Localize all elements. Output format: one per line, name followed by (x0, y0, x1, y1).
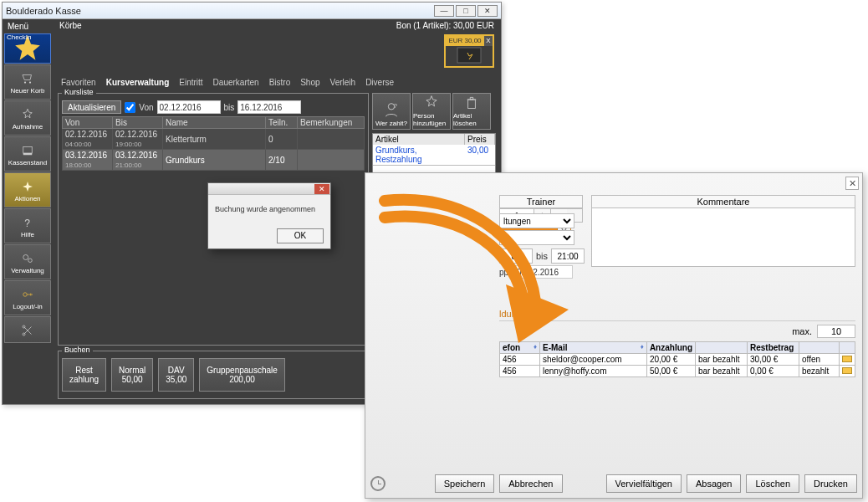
dialog-close[interactable]: ✕ (314, 184, 329, 194)
person-question-icon: ? (381, 100, 401, 119)
dropdown-2[interactable]: rs (499, 230, 574, 245)
max-label: max. (792, 326, 812, 336)
gruppe-button[interactable]: Gruppenpauschale200,00 (199, 358, 285, 392)
svg-point-5 (23, 254, 28, 259)
artikel-loeschen-button[interactable]: Artikel löschen (452, 93, 491, 130)
cart-icon (19, 71, 36, 86)
person-hinzufuegen-button[interactable]: Person hinzufügen (412, 93, 451, 130)
person-star-icon (19, 107, 36, 122)
dav-button[interactable]: DAV35,00 (158, 358, 194, 392)
gears-icon (19, 251, 36, 266)
svg-point-7 (23, 292, 28, 296)
close-button[interactable]: ✕ (845, 177, 859, 190)
restzahlung-button[interactable]: Restzahlung (62, 358, 106, 392)
close-button[interactable]: ✕ (477, 5, 498, 17)
bon-chip[interactable]: EUR 30,00 X (444, 34, 494, 68)
korbe-label: Körbe (54, 21, 87, 30)
verwaltung-button[interactable]: Verwaltung (4, 244, 51, 279)
von-date-input[interactable] (157, 100, 221, 114)
abbrechen-button[interactable]: Abbrechen (499, 474, 562, 493)
person-plus-icon (421, 94, 442, 111)
tab-kursverwaltung[interactable]: Kursverwaltung (106, 78, 170, 87)
register-icon (19, 143, 36, 158)
tab-favoriten[interactable]: Favoriten (61, 78, 96, 87)
tab-diverse[interactable]: Diverse (365, 78, 394, 87)
tab-bistro[interactable]: Bistro (269, 78, 291, 87)
app-title: Boulderado Kasse (6, 6, 81, 16)
artikel-row[interactable]: Grundkurs, Restzahlung 30,00 (373, 145, 495, 165)
person-star-icon (5, 32, 50, 66)
svg-rect-3 (23, 153, 33, 155)
table-row[interactable]: 456 sheldor@cooper.com 20,00 € bar bezah… (500, 354, 855, 366)
speichern-button[interactable]: Speichern (435, 474, 495, 493)
scissors-icon (19, 323, 36, 338)
table-row[interactable]: 456 lenny@hoffy.com 50,00 € bar bezahlt … (500, 366, 855, 377)
kurs-detail-window: ✕ ltungen rs bis pp. Trainer + - X Komme… (365, 172, 863, 499)
bis-label: bis (224, 103, 235, 112)
minimize-button[interactable]: — (434, 5, 454, 17)
absagen-button[interactable]: Absagen (687, 474, 741, 493)
dialog-ok-button[interactable]: OK (277, 228, 324, 243)
bon-summary: Bon (1 Artikel): 30,00 EUR (396, 21, 501, 30)
tab-shop[interactable]: Shop (300, 78, 319, 87)
aufnahme-button[interactable]: Aufnahme (4, 100, 51, 136)
loeschen-button[interactable]: Löschen (746, 474, 799, 493)
dropdown-1[interactable]: ltungen (499, 213, 574, 228)
tab-verleih[interactable]: Verleih (330, 78, 356, 87)
mail-icon[interactable] (842, 367, 852, 374)
tab-eintritt[interactable]: Eintritt (179, 78, 202, 87)
time-to[interactable] (551, 248, 585, 264)
neuer-korb-button[interactable]: Neuer Korb (4, 64, 51, 100)
kursliste-table: Von Bis Name Teiln. Bemerkungen 02.12.20… (62, 116, 365, 171)
kommentare-box: Kommentare (591, 195, 855, 267)
normal-button[interactable]: Normal50,00 (111, 358, 153, 392)
vervielfaeltigen-button[interactable]: Vervielfältigen (606, 474, 682, 493)
svg-point-1 (29, 81, 31, 83)
drucken-button[interactable]: Drucken (804, 474, 857, 493)
key-icon (19, 287, 36, 302)
category-tabs: Favoriten Kursverwaltung Eintritt Dauerk… (54, 74, 501, 90)
sparkle-icon (19, 179, 36, 194)
clock-icon (370, 476, 385, 491)
trash-icon (462, 94, 482, 111)
bon-chip-close[interactable]: X (484, 36, 493, 46)
svg-rect-13 (468, 100, 476, 109)
menu-label: Menü (4, 20, 53, 33)
table-row[interactable]: 03.12.201618:00:00 03.12.201621:00:00 Gr… (63, 150, 365, 171)
tab-dauerkarten[interactable]: Dauerkarten (213, 78, 259, 87)
checkin-tile[interactable] (4, 33, 51, 64)
anmeldungen-table: efon♦ E-Mail♦ Anzahlung Restbetrag 456 s… (499, 341, 855, 377)
svg-rect-2 (23, 146, 33, 153)
mail-icon[interactable] (842, 356, 852, 362)
aktualisieren-button[interactable]: Aktualisieren (62, 100, 121, 114)
hilfe-button[interactable]: ? Hilfe (4, 208, 51, 243)
maximize-button[interactable]: □ (456, 5, 476, 17)
svg-text:?: ? (24, 217, 30, 228)
dialog-message: Buchung wurde angenommen (208, 195, 330, 223)
von-label: Von (139, 103, 153, 112)
scissors-button[interactable] (4, 316, 51, 343)
svg-text:?: ? (394, 102, 397, 110)
sidebar: Menü Neuer Korb Aufnahme Kassenstand Akt… (3, 19, 54, 404)
von-checkbox[interactable] (125, 102, 135, 113)
buchen-panel: Buchen Restzahlung Normal50,00 DAV35,00 … (58, 351, 369, 399)
max-input[interactable] (817, 325, 855, 338)
question-icon: ? (19, 215, 36, 230)
aktionen-button[interactable]: Aktionen (4, 172, 51, 207)
screen-icon (446, 46, 493, 68)
titlebar: Boulderado Kasse — □ ✕ (3, 3, 501, 19)
bis-date-input[interactable] (237, 100, 301, 114)
date-field[interactable] (514, 265, 573, 279)
svg-point-0 (24, 81, 26, 83)
svg-point-6 (28, 259, 33, 263)
wer-zahlt-button[interactable]: ? Wer zahlt? (372, 93, 411, 130)
table-row[interactable]: 02.12.201604:00:00 02.12.201619:00:00 Kl… (63, 129, 365, 150)
kommentare-area[interactable] (591, 208, 855, 267)
logout-button[interactable]: Logout/-in (4, 280, 51, 315)
time-from[interactable] (499, 248, 533, 264)
sub-tab[interactable]: ldungen (499, 307, 855, 321)
confirmation-dialog: ✕ Buchung wurde angenommen OK (207, 182, 331, 249)
kassenstand-button[interactable]: Kassenstand (4, 136, 51, 172)
